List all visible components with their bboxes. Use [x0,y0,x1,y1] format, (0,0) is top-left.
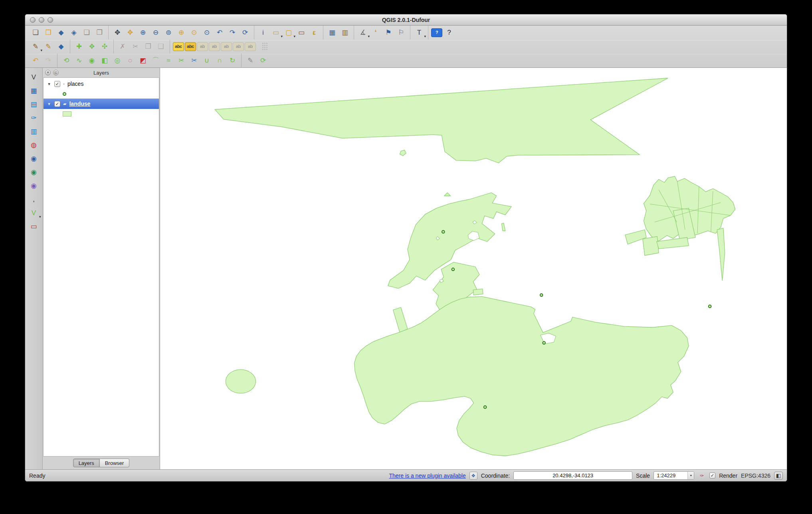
landuse-visibility-checkbox[interactable]: ✓ [54,101,60,107]
field-calculator-button[interactable]: ▥ [339,27,351,39]
minimize-window-button[interactable] [39,17,44,23]
save-project-as-button[interactable]: ◈ [68,27,80,39]
new-print-composer-button[interactable]: ❏ [81,27,93,39]
toolbar-drag-handle[interactable] [262,42,267,51]
zoom-to-selection-button[interactable]: ⊙ [188,27,200,39]
open-attribute-table-button[interactable]: ▦ [326,27,338,39]
tab-browser[interactable]: Browser [100,459,130,467]
add-delimited-text-layer-button[interactable]: , [28,193,40,206]
select-features-button[interactable]: ▭ [270,27,282,39]
merge-attributes-button[interactable]: ∩ [214,55,226,67]
add-ring-button[interactable]: ◉ [86,55,98,67]
zoom-in-button[interactable]: ⊕ [137,27,149,39]
undo-button[interactable]: ↶ [30,55,42,67]
layer-row-places[interactable]: ▾ ✓ ◦ places [44,79,159,89]
save-layer-edits-button[interactable]: ◆ [55,41,67,53]
tab-layers[interactable]: Layers [73,459,100,467]
coordinate-input[interactable] [513,471,632,480]
reshape-features-button[interactable]: ≈ [162,55,174,67]
labeling-options-button[interactable]: abc [173,42,184,51]
open-project-button[interactable]: ❒ [42,27,54,39]
map-tips-button[interactable]: ❛ [370,27,382,39]
zoom-next-button[interactable]: ↷ [226,27,238,39]
zoom-out-button[interactable]: ⊖ [150,27,162,39]
scale-combo[interactable]: 1:24229 ▾ [654,471,694,480]
close-window-button[interactable] [30,17,36,23]
simplify-feature-button[interactable]: ∿ [73,55,85,67]
add-mssql-layer-button[interactable]: ▥ [28,125,40,138]
fill-ring-button[interactable]: ◎ [111,55,123,67]
layers-panel: ✕ ◱ Layers ▾ ✓ ◦ places ▾ ✓ ▰ land [43,68,160,469]
add-raster-layer-button[interactable]: ▦ [28,84,40,97]
text-annotation-button[interactable]: T [413,27,425,39]
delete-part-button[interactable]: ◩ [137,55,149,67]
add-part-button[interactable]: ◧ [99,55,111,67]
save-project-button[interactable]: ◆ [55,27,67,39]
rotate-point-symbols-button[interactable]: ↻ [226,55,238,67]
landuse-disclosure-icon[interactable]: ▾ [47,101,51,107]
select-by-expression-button[interactable]: ε [308,27,320,39]
measure-button[interactable]: ∡ [357,27,369,39]
zoom-window-button[interactable] [48,17,53,23]
merge-features-button[interactable]: ∪ [201,55,213,67]
delete-ring-button[interactable]: ◌ [124,55,136,67]
add-wfs-layer-button[interactable]: ◉ [28,179,40,192]
zoom-to-layer-button[interactable]: ⊙ [201,27,213,39]
node-tool-button[interactable]: ✣ [99,41,111,53]
select-features-by-shape-button[interactable]: ▢ [283,27,295,39]
places-layer-label: places [67,81,83,87]
places-visibility-checkbox[interactable]: ✓ [54,81,60,87]
coordinate-label: Coordinate: [481,472,510,479]
pan-map-button[interactable]: ✥ [111,27,123,39]
new-shapefile-layer-button[interactable]: V [28,206,40,219]
landuse-fill-symbol [63,111,71,117]
zoom-last-button[interactable]: ↶ [214,27,226,39]
new-project-button[interactable]: ❏ [30,27,42,39]
toolbar-group-help: ? ? [428,26,458,40]
panel-close-button[interactable]: ✕ [45,70,51,75]
change-label-properties-button: ab [245,42,256,51]
places-disclosure-icon[interactable]: ▾ [47,81,51,87]
panel-float-button[interactable]: ◱ [53,70,59,75]
deselect-features-button[interactable]: ▭ [295,27,307,39]
offset-point-symbol-button[interactable]: ✎ [244,55,256,67]
zoom-full-extent-button[interactable]: ⊕ [175,27,187,39]
move-feature-button[interactable]: ✥ [86,41,98,53]
remove-layer-button[interactable]: ▭ [28,220,40,233]
new-plugin-link[interactable]: There is a new plugin available [389,472,465,479]
change-label-button[interactable]: abc [185,42,196,51]
split-parts-button[interactable]: ✂ [188,55,200,67]
offset-curve-button[interactable]: ⌒ [150,55,162,67]
rotate-feature-button[interactable]: ⟲ [60,55,72,67]
render-checkbox[interactable]: ✓ [709,472,715,478]
zoom-native-resolution-button[interactable]: ⊚ [162,27,174,39]
toggle-editing-button[interactable]: ✎ [42,41,54,53]
map-svg[interactable] [160,68,787,469]
split-features-button[interactable]: ✂ [175,55,187,67]
add-wcs-layer-button[interactable]: ◉ [28,166,40,178]
place-marker [709,305,711,308]
layer-row-landuse[interactable]: ▾ ✓ ▰ landuse [44,99,159,109]
help-contents-button[interactable]: ? [431,28,442,37]
add-spatialite-layer-button[interactable]: ✑ [28,111,40,124]
add-wms-layer-button[interactable]: ◉ [28,152,40,165]
whats-this-button[interactable]: ? [443,27,455,39]
refresh-map-button[interactable]: ⟳ [239,27,251,39]
identify-features-button[interactable]: i [257,27,269,39]
add-oracle-layer-button[interactable]: ◍ [28,138,40,151]
new-bookmark-button[interactable]: ⚑ [382,27,394,39]
current-edits-button[interactable]: ✎ [30,41,42,53]
composer-manager-button[interactable]: ❐ [93,27,105,39]
scale-dropdown-icon[interactable]: ▾ [687,472,694,479]
add-postgis-layer-button[interactable]: ▤ [28,98,40,111]
add-vector-layer-button[interactable]: V [28,71,40,83]
stop-render-icon[interactable]: ✑ [698,472,706,480]
crs-status-button[interactable]: ◧ [774,472,783,480]
add-feature-button[interactable]: ✚ [73,41,85,53]
show-bookmarks-button[interactable]: ⚐ [395,27,407,39]
toolbar-row-3: ↶ ↷ ⟲ ∿ ◉ ◧ ◎ ◌ ◩ ⌒ ≈ ✂ ✂ ∪ ∩ [25,53,787,67]
redraw-button[interactable]: ⟳ [257,55,269,67]
plugin-indicator-icon[interactable]: ❖ [469,472,477,480]
map-canvas-area[interactable] [160,68,787,469]
pan-to-selection-button[interactable]: ✥ [124,27,136,39]
